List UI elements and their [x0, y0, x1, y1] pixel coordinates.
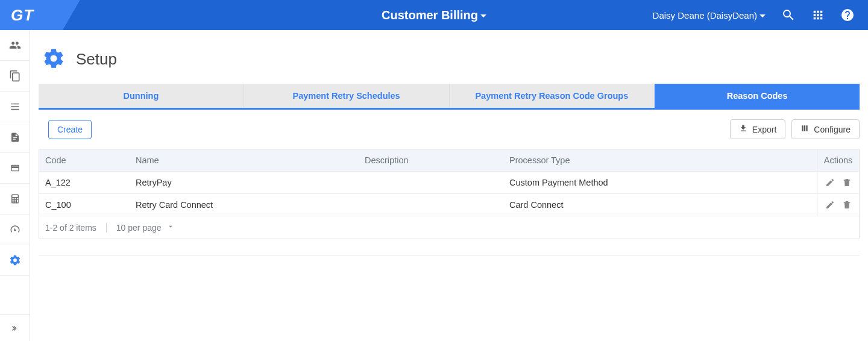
left-sidebar [0, 30, 30, 341]
chevron-down-icon [166, 222, 175, 233]
chevron-down-icon [480, 14, 486, 17]
reason-codes-table: Code Name Description Processor Type Act… [39, 149, 860, 239]
sidebar-item-document[interactable] [0, 122, 30, 153]
configure-label: Configure [814, 125, 851, 134]
cell-name: RetryPay [130, 172, 359, 193]
sidebar-item-customers[interactable] [0, 30, 30, 61]
download-icon [739, 124, 747, 134]
tab-dunning[interactable]: Dunning [39, 84, 244, 108]
content-divider [39, 255, 860, 255]
sidebar-item-dashboard[interactable] [0, 214, 30, 245]
cell-processor: Custom Payment Method [503, 172, 817, 193]
chevron-down-icon [760, 14, 766, 17]
cell-code: A_122 [39, 172, 130, 193]
sidebar-spacer [0, 276, 30, 314]
th-processor[interactable]: Processor Type [503, 149, 817, 171]
divider [106, 223, 107, 233]
user-menu[interactable]: Daisy Deane (DaisyDean) [653, 10, 766, 20]
cell-description [359, 172, 503, 193]
cell-actions [817, 194, 859, 216]
table-header: Code Name Description Processor Type Act… [39, 149, 859, 171]
create-button[interactable]: Create [48, 120, 92, 139]
page-title-wrap: Setup [39, 42, 860, 84]
delete-icon[interactable] [842, 178, 852, 187]
tabs: Dunning Payment Retry Schedules Payment … [39, 84, 860, 110]
tab-reason-codes[interactable]: Reason Codes [655, 84, 860, 108]
configure-button[interactable]: Configure [791, 119, 860, 139]
cell-actions [817, 172, 859, 193]
top-header: GT Customer Billing Daisy Deane (DaisyDe… [0, 0, 868, 30]
export-label: Export [752, 125, 776, 134]
edit-icon[interactable] [825, 178, 835, 187]
user-label: Daisy Deane (DaisyDean) [653, 10, 757, 20]
cell-description [359, 194, 503, 216]
toolbar-right: Export Configure [730, 119, 860, 139]
th-actions: Actions [817, 149, 859, 171]
sidebar-item-list[interactable] [0, 92, 30, 122]
apps-icon[interactable] [811, 8, 825, 22]
th-code[interactable]: Code [39, 149, 130, 171]
table-row[interactable]: C_100 Retry Card Connect Card Connect [39, 193, 859, 216]
cell-name: Retry Card Connect [130, 194, 359, 216]
export-button[interactable]: Export [730, 119, 785, 139]
app-title: Customer Billing [382, 8, 478, 22]
sidebar-item-copy[interactable] [0, 61, 30, 92]
header-right: Daisy Deane (DaisyDean) [653, 8, 868, 22]
th-name[interactable]: Name [130, 149, 359, 171]
edit-icon[interactable] [825, 200, 835, 210]
search-icon[interactable] [781, 8, 796, 22]
sidebar-collapse[interactable] [0, 314, 30, 341]
delete-icon[interactable] [842, 200, 852, 210]
columns-icon [800, 124, 809, 134]
tab-reason-groups[interactable]: Payment Retry Reason Code Groups [450, 84, 655, 108]
sidebar-item-card[interactable] [0, 153, 30, 184]
cell-code: C_100 [39, 194, 130, 216]
help-icon[interactable] [840, 8, 855, 22]
range-label: 1-2 of 2 items [45, 223, 96, 233]
app-title-dropdown[interactable]: Customer Billing [382, 8, 486, 22]
gear-icon [42, 47, 65, 72]
logo[interactable]: GT [11, 6, 34, 25]
per-page-label: 10 per page [116, 223, 162, 233]
logo-wrap: GT [0, 0, 121, 30]
table-row[interactable]: A_122 RetryPay Custom Payment Method [39, 171, 859, 193]
tab-retry-schedules[interactable]: Payment Retry Schedules [244, 84, 450, 108]
main-content: Setup Dunning Payment Retry Schedules Pa… [30, 30, 868, 341]
table-footer: 1-2 of 2 items 10 per page [39, 216, 859, 239]
sidebar-item-settings[interactable] [0, 245, 30, 276]
per-page-selector[interactable]: 10 per page [116, 222, 175, 233]
page-title: Setup [76, 50, 117, 69]
th-description[interactable]: Description [359, 149, 503, 171]
cell-processor: Card Connect [503, 194, 817, 216]
table-toolbar: Create Export Configure [39, 110, 860, 149]
sidebar-item-calculator[interactable] [0, 184, 30, 214]
